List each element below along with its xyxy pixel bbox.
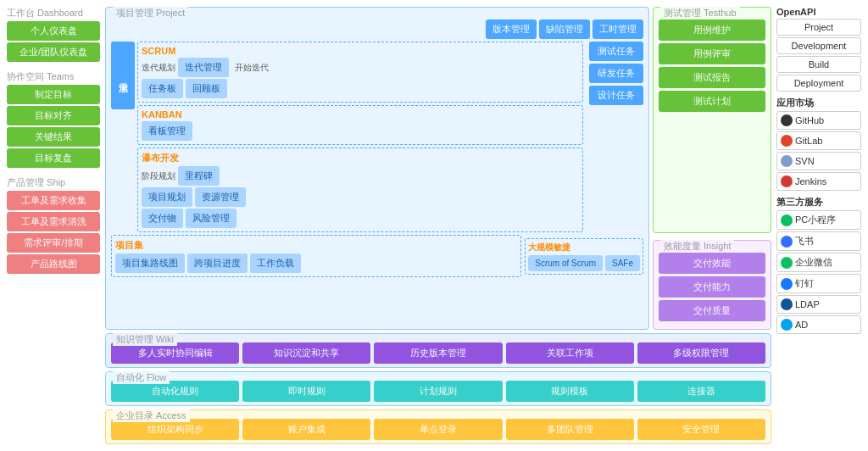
- gitlab-icon: [781, 135, 793, 147]
- workload-btn[interactable]: 工作负载: [250, 253, 301, 273]
- center-panel: 项目管理 Project 版本管理 缺陷管理 工时管理 需求池: [105, 7, 771, 444]
- ad-btn[interactable]: AD: [776, 315, 861, 334]
- version-mgmt-btn[interactable]: 版本管理: [486, 19, 537, 39]
- waterfall-section: 瀑布开发 阶段规划 里程碑 项目规划 资源管理 交: [137, 148, 583, 232]
- deliverable-btn[interactable]: 交付物: [142, 209, 183, 228]
- wecom-btn[interactable]: 企业微信: [776, 253, 861, 272]
- openapi-project-btn[interactable]: Project: [776, 19, 861, 36]
- testhub-item-2[interactable]: 测试报告: [659, 67, 765, 88]
- testhub-title: 测试管理 Testhub: [660, 7, 740, 19]
- wiki-item-1[interactable]: 知识沉淀和共享: [242, 342, 370, 364]
- insight-item-0[interactable]: 交付效能: [659, 253, 765, 274]
- access-item-4[interactable]: 安全管理: [637, 419, 765, 440]
- scrum-of-scrum-btn[interactable]: Scrum of Scrum: [528, 255, 603, 271]
- iteration-mgmt-btn[interactable]: 迭代管理: [178, 58, 229, 77]
- openapi-title: OpenAPI: [776, 7, 861, 17]
- wecom-icon: [781, 257, 793, 269]
- time-mgmt-btn[interactable]: 工时管理: [593, 19, 643, 39]
- teams-item-0[interactable]: 制定目标: [7, 85, 100, 104]
- test-task-btn[interactable]: 测试任务: [589, 42, 643, 61]
- access-item-1[interactable]: 账户集成: [242, 419, 370, 440]
- design-task-btn[interactable]: 设计任务: [589, 86, 643, 105]
- projset-roadmap-btn[interactable]: 项目集路线图: [115, 253, 185, 273]
- insight-item-2[interactable]: 交付质量: [659, 300, 765, 321]
- teams-item-1[interactable]: 目标对齐: [7, 106, 100, 125]
- insight-area: 效能度量 Insight 交付效能 交付能力 交付质量: [653, 240, 771, 330]
- bug-mgmt-btn[interactable]: 缺陷管理: [539, 19, 590, 39]
- cross-proj-btn[interactable]: 跨项目进度: [187, 253, 248, 273]
- scale-label: 大规模敏捷: [528, 242, 640, 253]
- svn-btn[interactable]: SVN: [776, 152, 861, 170]
- wiki-title: 知识管理 Wiki: [113, 333, 177, 346]
- product-item-3[interactable]: 产品路线图: [7, 254, 100, 274]
- ldap-icon: [781, 298, 793, 310]
- dingtalk-icon: [781, 278, 793, 290]
- kanban-section: KANBAN 看板管理: [137, 105, 583, 145]
- gitlab-btn[interactable]: GitLab: [776, 131, 861, 150]
- dashboard-title: 工作台 Dashboard: [7, 7, 100, 19]
- access-title: 企业目录 Access: [113, 409, 190, 422]
- flow-item-3[interactable]: 规则模板: [506, 381, 634, 402]
- teams-item-3[interactable]: 目标复盘: [7, 148, 100, 168]
- testhub-item-0[interactable]: 用例维护: [659, 19, 765, 41]
- product-item-2[interactable]: 需求评审/排期: [7, 233, 100, 253]
- proj-plan-btn[interactable]: 项目规划: [142, 187, 192, 207]
- flow-area: 自动化 Flow 自动化规则 即时规则 计划规则 规则模板 连接器: [105, 371, 771, 406]
- stage-plan-label: 阶段规划: [142, 170, 175, 182]
- right-panel: OpenAPI Project Development Build Deploy…: [776, 7, 861, 444]
- jenkins-icon: [781, 175, 793, 187]
- scrum-section: SCRUM 迭代规划 迭代管理 开始迭代 任务板 回顾板: [137, 42, 583, 103]
- access-item-2[interactable]: 单点登录: [374, 419, 502, 440]
- start-iteration-label: 开始迭代: [235, 62, 269, 74]
- scale-section: 大规模敏捷 Scrum of Scrum SAFe: [525, 238, 643, 275]
- openapi-deployment-btn[interactable]: Deployment: [776, 75, 861, 92]
- market-title: 应用市场: [776, 97, 861, 109]
- product-title: 产品管理 Ship: [7, 176, 100, 189]
- openapi-dev-btn[interactable]: Development: [776, 37, 861, 54]
- risk-mgmt-btn[interactable]: 风险管理: [186, 209, 236, 228]
- openapi-build-btn[interactable]: Build: [776, 56, 861, 73]
- teams-item-2[interactable]: 关键结果: [7, 127, 100, 147]
- project-area: 项目管理 Project 版本管理 缺陷管理 工时管理 需求池: [105, 7, 649, 330]
- teams-section: 协作空间 Teams 制定目标 目标对齐 关键结果 目标复盘: [7, 70, 100, 170]
- team-dashboard-btn[interactable]: 企业/团队仪表盘: [7, 42, 100, 62]
- project-title: 项目管理 Project: [113, 7, 188, 19]
- wiki-item-2[interactable]: 历史版本管理: [374, 342, 502, 364]
- projset-section: 项目集 项目集路线图 跨项目进度 工作负载: [111, 235, 521, 277]
- flow-item-1[interactable]: 即时规则: [242, 381, 370, 402]
- dingtalk-btn[interactable]: 钉钉: [776, 274, 861, 293]
- miniapp-btn[interactable]: PC小程序: [776, 210, 861, 230]
- scrum-label: SCRUM: [142, 46, 579, 56]
- personal-dashboard-btn[interactable]: 个人仪表盘: [7, 21, 100, 41]
- feishu-btn[interactable]: 飞书: [776, 231, 861, 251]
- projset-label: 项目集: [115, 239, 517, 252]
- dev-task-btn[interactable]: 研发任务: [589, 64, 643, 83]
- flow-item-4[interactable]: 连接器: [637, 381, 765, 402]
- kanban-mgmt-btn[interactable]: 看板管理: [142, 121, 192, 141]
- main-container: 工作台 Dashboard 个人仪表盘 企业/团队仪表盘 协作空间 Teams …: [0, 0, 868, 451]
- wiki-item-3[interactable]: 关联工作项: [506, 342, 634, 364]
- demand-pool: 需求池: [111, 42, 135, 109]
- wiki-item-4[interactable]: 多级权限管理: [637, 342, 765, 364]
- market-section: 应用市场 GitHub GitLab SVN Jenkins: [776, 97, 861, 192]
- miniapp-icon: [781, 214, 793, 226]
- product-item-1[interactable]: 工单及需求清洗: [7, 212, 100, 231]
- github-btn[interactable]: GitHub: [776, 111, 861, 130]
- insight-title: 效能度量 Insight: [660, 240, 734, 253]
- testhub-item-3[interactable]: 测试计划: [659, 91, 765, 112]
- access-area: 企业目录 Access 组织架构同步 账户集成 单点登录 多团队管理 安全管理: [105, 409, 771, 444]
- jenkins-btn[interactable]: Jenkins: [776, 172, 861, 191]
- task-board-btn[interactable]: 任务板: [142, 79, 183, 98]
- feishu-icon: [781, 236, 793, 248]
- resource-mgmt-btn[interactable]: 资源管理: [195, 187, 246, 207]
- milestone-btn[interactable]: 里程碑: [178, 166, 220, 186]
- product-item-0[interactable]: 工单及需求收集: [7, 191, 100, 210]
- iteration-plan-label: 迭代规划: [142, 62, 175, 74]
- testhub-item-1[interactable]: 用例评审: [659, 43, 765, 64]
- insight-item-1[interactable]: 交付能力: [659, 276, 765, 298]
- retro-board-btn[interactable]: 回顾板: [186, 79, 227, 98]
- ldap-btn[interactable]: LDAP: [776, 295, 861, 314]
- safe-btn[interactable]: SAFe: [605, 255, 640, 271]
- access-item-3[interactable]: 多团队管理: [506, 419, 634, 440]
- flow-item-2[interactable]: 计划规则: [374, 381, 502, 402]
